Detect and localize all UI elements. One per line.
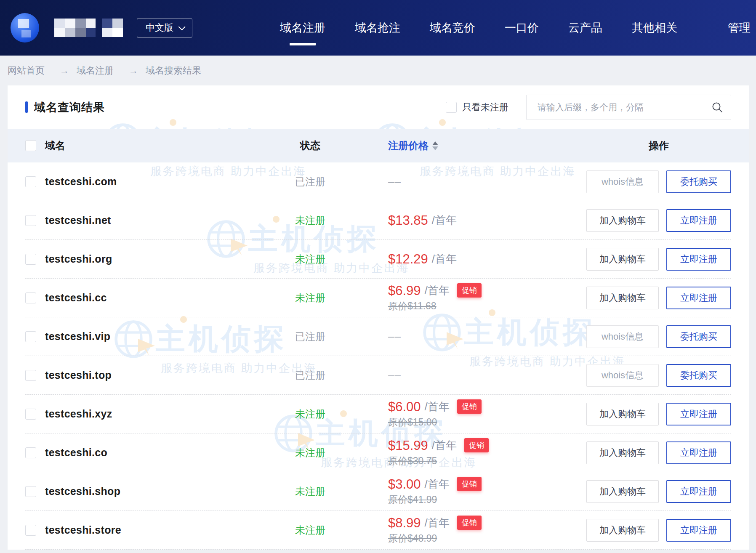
add-to-cart-button[interactable]: 加入购物车 [586, 209, 659, 232]
whois-button[interactable]: whois信息 [586, 325, 659, 348]
breadcrumb-home[interactable]: 网站首页 [8, 64, 45, 77]
nav-item-other[interactable]: 其他相关 [632, 20, 677, 35]
price-unit: /首年 [425, 516, 450, 530]
status-unregistered: 未注册 [295, 447, 325, 458]
domain-name: testceshi.org [45, 253, 112, 265]
status-registered: 已注册 [295, 176, 325, 187]
nav-item-domain-backorder[interactable]: 域名抢注 [355, 20, 400, 35]
register-now-button[interactable]: 立即注册 [666, 248, 731, 271]
add-to-cart-button[interactable]: 加入购物车 [586, 441, 659, 464]
select-all-checkbox[interactable] [25, 140, 36, 151]
add-to-cart-button[interactable]: 加入购物车 [586, 248, 659, 271]
table-row: testceshi.net 未注册 $13.85 /首年 加入购物车 立即注册 [25, 201, 731, 240]
original-price: 原价$41.99 [388, 493, 586, 506]
promo-badge: 促销 [457, 283, 482, 298]
broker-buy-button[interactable]: 委托购买 [666, 170, 731, 193]
whois-button[interactable]: whois信息 [586, 170, 659, 193]
table-row: testceshi.shop 未注册 $3.00 /首年 促销 原价$41.99… [25, 472, 731, 511]
register-now-button[interactable]: 立即注册 [666, 403, 731, 425]
price-unit: /首年 [432, 438, 457, 453]
breadcrumb: 网站首页 → 域名注册 → 域名搜索结果 [0, 56, 756, 85]
header-status: 状态 [300, 140, 320, 151]
nav-item-domain-register[interactable]: 域名注册 [280, 20, 325, 35]
suffix-search-input[interactable] [537, 102, 711, 113]
row-checkbox[interactable] [25, 486, 36, 497]
table-row: testceshi.cc 未注册 $6.99 /首年 促销 原价$11.68 加… [25, 279, 731, 317]
breadcrumb-domain-register[interactable]: 域名注册 [77, 64, 114, 77]
register-now-button[interactable]: 立即注册 [666, 519, 731, 542]
language-label: 中文版 [146, 21, 173, 34]
status-registered: 已注册 [295, 331, 325, 342]
chevron-down-icon [178, 23, 186, 30]
domain-name: testceshi.xyz [45, 408, 112, 420]
nav-item-admin[interactable]: 管理 [728, 20, 751, 35]
price-value: $3.00 [388, 477, 421, 492]
page-title: 域名查询结果 [34, 100, 105, 115]
status-unregistered: 未注册 [295, 524, 325, 536]
table-row: testceshi.store 未注册 $8.99 /首年 促销 原价$48.9… [25, 511, 731, 550]
filter-checkbox[interactable] [446, 102, 457, 113]
header-action: 操作 [586, 139, 731, 152]
add-to-cart-button[interactable]: 加入购物车 [586, 519, 659, 542]
register-now-button[interactable]: 立即注册 [666, 287, 731, 309]
add-to-cart-button[interactable]: 加入购物车 [586, 480, 659, 503]
site-logo[interactable] [11, 13, 123, 43]
domain-name: testceshi.shop [45, 485, 120, 497]
nav-item-cloud-products[interactable]: 云产品 [568, 20, 602, 35]
promo-badge: 促销 [457, 516, 482, 530]
header-price-sort[interactable]: 注册价格 [388, 139, 438, 152]
whois-button[interactable]: whois信息 [586, 364, 659, 387]
broker-buy-button[interactable]: 委托购买 [666, 364, 731, 387]
price-empty: –– [388, 369, 401, 381]
table-row: testceshi.xyz 未注册 $6.00 /首年 促销 原价$15.00 … [25, 395, 731, 433]
register-now-button[interactable]: 立即注册 [666, 480, 731, 503]
row-checkbox[interactable] [25, 176, 36, 187]
row-checkbox[interactable] [25, 331, 36, 342]
table-row: testceshi.vip 已注册 –– whois信息 委托购买 [25, 317, 731, 356]
domain-name: testceshi.vip [45, 330, 110, 342]
sort-icon [432, 141, 438, 150]
table-header: 域名 状态 注册价格 操作 [8, 129, 749, 162]
status-unregistered: 未注册 [295, 292, 325, 303]
broker-buy-button[interactable]: 委托购买 [666, 325, 731, 348]
price-value: $8.99 [388, 516, 421, 531]
add-to-cart-button[interactable]: 加入购物车 [586, 403, 659, 425]
domain-name: testceshi.com [45, 175, 117, 187]
add-to-cart-button[interactable]: 加入购物车 [586, 287, 659, 309]
row-checkbox[interactable] [25, 215, 36, 226]
language-selector[interactable]: 中文版 [137, 18, 192, 38]
register-now-button[interactable]: 立即注册 [666, 209, 731, 232]
status-registered: 已注册 [295, 370, 325, 381]
logo-globe-icon [11, 13, 39, 43]
table-row: testceshi.top 已注册 –– whois信息 委托购买 [25, 356, 731, 395]
original-price: 原价$15.00 [388, 416, 586, 429]
search-icon[interactable] [711, 101, 723, 113]
nav-item-domain-auction[interactable]: 域名竞价 [430, 20, 475, 35]
original-price: 原价$11.68 [388, 300, 586, 313]
price-unit: /首年 [425, 399, 450, 414]
price-value: $15.99 [388, 438, 428, 453]
register-now-button[interactable]: 立即注册 [666, 441, 731, 464]
row-checkbox[interactable] [25, 409, 36, 420]
promo-badge: 促销 [457, 477, 482, 491]
title-accent-bar [25, 101, 28, 113]
breadcrumb-arrow-icon: → [60, 65, 69, 76]
row-checkbox[interactable] [25, 254, 36, 265]
header-domain: 域名 [45, 140, 65, 151]
original-price: 原价$30.75 [388, 455, 586, 468]
row-checkbox[interactable] [25, 525, 36, 536]
nav-item-buy-now[interactable]: 一口价 [505, 20, 539, 35]
row-checkbox[interactable] [25, 447, 36, 458]
domain-name: testceshi.cc [45, 292, 107, 303]
original-price: 原价$48.99 [388, 532, 586, 545]
unregistered-filter[interactable]: 只看未注册 [446, 101, 508, 114]
domain-name: testceshi.net [45, 214, 111, 226]
toolbar: 域名查询结果 只看未注册 [25, 85, 731, 129]
domain-name: testceshi.co [45, 447, 107, 458]
status-unregistered: 未注册 [295, 253, 325, 265]
price-value: $13.85 [388, 213, 428, 228]
row-checkbox[interactable] [25, 370, 36, 381]
domain-name: testceshi.top [45, 369, 112, 381]
row-checkbox[interactable] [25, 292, 36, 303]
price-unit: /首年 [425, 283, 450, 298]
